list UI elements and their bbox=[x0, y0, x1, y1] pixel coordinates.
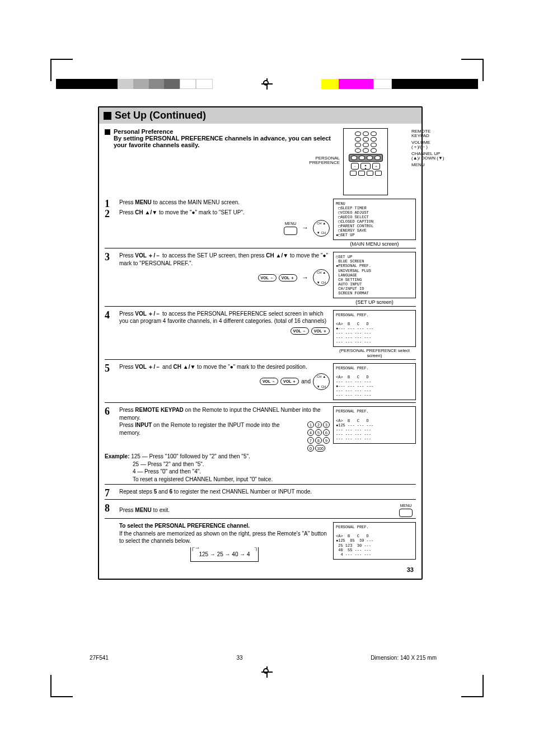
step-4-body: Press VOL ＋/－ to access the PERSONAL PRE… bbox=[119, 310, 333, 358]
dpad-icon: CH ▲▼ CH bbox=[313, 269, 330, 286]
main-menu-caption: (MAIN MENU screen) bbox=[333, 241, 416, 247]
vol-plus-icon: VOL ＋ bbox=[279, 274, 297, 281]
keypad-mini-icon: 123 456 789 0100 bbox=[307, 421, 330, 453]
vol-minus-icon: VOL － bbox=[291, 327, 309, 335]
step-5-body: Press VOL ＋/－ and CH ▲/▼ to move the "●"… bbox=[119, 363, 333, 401]
color-bar-top-left bbox=[56, 79, 213, 89]
color-bar-bottom-right bbox=[321, 667, 478, 677]
menu-button-icon bbox=[399, 509, 413, 517]
pp-entered-osd: PERSONAL PREF. <A> B C D ●125 --- --- --… bbox=[333, 406, 416, 443]
setup-osd: ▢SET UP BLUE SCREEN●PERSONAL PREF. UNIVE… bbox=[333, 252, 416, 298]
registration-mark-icon bbox=[261, 78, 273, 90]
personal-preference-label: PERSONALPREFERENCE bbox=[309, 156, 340, 165]
menu-button-icon bbox=[284, 227, 297, 235]
vol-plus-icon: VOL ＋ bbox=[280, 378, 299, 385]
crop-mark-tl bbox=[50, 59, 73, 81]
step-3-body: Press VOL ＋/－ to access the SET UP scree… bbox=[119, 252, 333, 304]
footer-model: 27F541 bbox=[90, 655, 109, 661]
step-number-4: 4 bbox=[105, 310, 119, 358]
page-title-bar: Set Up (Continued) bbox=[99, 107, 421, 124]
pp-select-osd: PERSONAL PREF. <A> B C D ●--- --- --- --… bbox=[333, 310, 416, 347]
step-2-body: Press CH ▲/▼ to move the "●" mark to "SE… bbox=[119, 209, 333, 239]
registration-mark-icon bbox=[261, 666, 273, 678]
page-number: 33 bbox=[105, 566, 416, 573]
manual-page: Set Up (Continued) Personal Preference B… bbox=[98, 106, 423, 580]
step-number-2: 2 bbox=[105, 209, 119, 239]
footer: 27F541 33 Dimension: 140 X 215 mm bbox=[90, 655, 437, 661]
dpad-icon: CH ▲▼ CH bbox=[313, 220, 330, 237]
crop-mark-br bbox=[461, 675, 484, 697]
step-number-1: 1 bbox=[105, 199, 119, 209]
section-marker-icon bbox=[105, 129, 110, 135]
main-menu-osd: MENU ▢SLEEP TIMER ▢VIDEO ADJUST ▢AUDIO S… bbox=[333, 199, 416, 240]
vol-minus-icon: VOL － bbox=[258, 274, 277, 281]
select-pp-channel-body: To select the PERSONAL PREFERENCE channe… bbox=[119, 522, 333, 562]
color-bar-bottom-left bbox=[56, 667, 213, 677]
step-number-8: 8 bbox=[105, 503, 119, 517]
arrow-right-icon bbox=[299, 223, 311, 232]
footer-dimension: Dimension: 140 X 215 mm bbox=[371, 655, 437, 661]
color-bar-top-right bbox=[321, 79, 478, 89]
section-heading: Personal Preference bbox=[114, 128, 340, 135]
remote-callouts: REMOTE KEYPAD VOLUME (＋)/(－) CHANNEL UP … bbox=[411, 129, 445, 170]
vol-plus-icon: VOL ＋ bbox=[311, 327, 330, 335]
vol-minus-icon: VOL － bbox=[260, 378, 278, 385]
arrow-right-icon bbox=[299, 273, 311, 282]
step-number-5: 5 bbox=[105, 363, 119, 401]
crop-mark-tr bbox=[461, 59, 484, 81]
step-1-body: Press MENU to access the MAIN MENU scree… bbox=[119, 199, 333, 209]
step-8-body: Press MENU to exit. MENU bbox=[119, 503, 416, 517]
setup-caption: (SET UP screen) bbox=[333, 299, 416, 305]
step-7-body: Repeat steps 5 and 6 to register the nex… bbox=[119, 488, 416, 498]
footer-folio: 33 bbox=[236, 655, 242, 661]
step-6-body: Press REMOTE KEYPAD on the Remote to inp… bbox=[119, 406, 333, 483]
step-number-7: 7 bbox=[105, 488, 119, 498]
crop-mark-bl bbox=[50, 675, 73, 697]
pp-filled-osd: PERSONAL PREF. <A> B C D ●125 85 39 --- … bbox=[333, 522, 416, 559]
page-title: Set Up (Continued) bbox=[115, 110, 206, 121]
pp-cursor-osd: PERSONAL PREF. <A> B C D --- --- --- ---… bbox=[333, 363, 416, 400]
step-number-3: 3 bbox=[105, 252, 119, 304]
pp-select-caption: (PERSONAL PREFERENCE select screen) bbox=[333, 348, 416, 358]
section-intro-text: By setting PERSONAL PREFERENCE channels … bbox=[114, 135, 340, 148]
remote-diagram: － ▲▼ ＋ bbox=[343, 128, 388, 195]
dpad-icon: CH ▲▼ CH bbox=[313, 373, 330, 390]
